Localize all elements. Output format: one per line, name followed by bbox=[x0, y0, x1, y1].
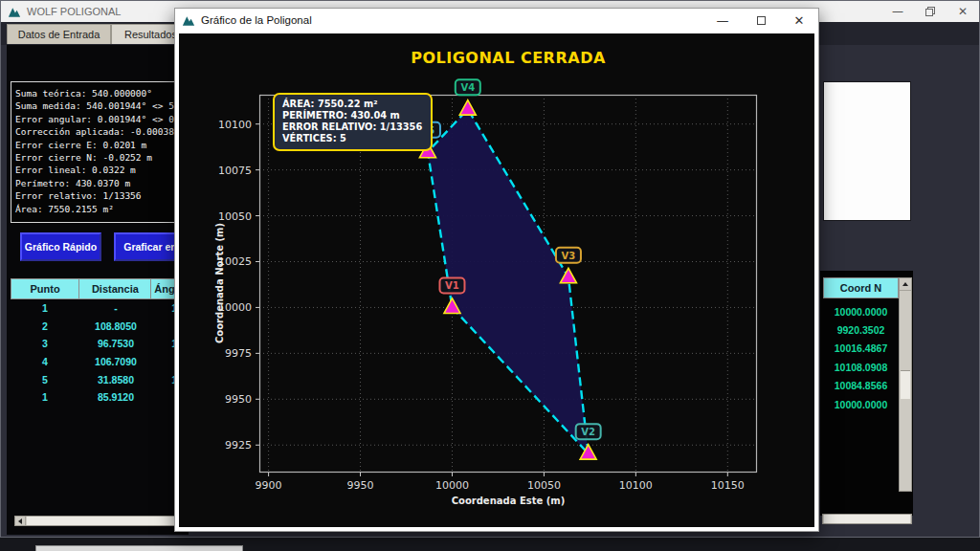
plot-info-box: ÁREA: 7550.22 m² PERÍMETRO: 430.04 m ERR… bbox=[273, 93, 433, 151]
y-tick-label: 9975 bbox=[225, 347, 252, 360]
y-tick-label: 10050 bbox=[218, 210, 252, 223]
coordn-vertical-scrollbar[interactable] bbox=[899, 277, 912, 492]
info-vertices: VÉRTICES: 5 bbox=[282, 133, 422, 144]
table-row[interactable]: 2108.805036° bbox=[11, 318, 185, 336]
x-tick-label: 10000 bbox=[435, 479, 469, 492]
table-cell: 96.7530 bbox=[79, 338, 152, 349]
y-tick-label: 9950 bbox=[225, 393, 252, 406]
maximize-icon bbox=[757, 16, 766, 25]
restore-button[interactable] bbox=[914, 1, 947, 22]
table-cell: 1 bbox=[11, 302, 79, 314]
results-line: Error cierre N: -0.0252 m bbox=[15, 151, 176, 164]
y-tick-label: 10100 bbox=[218, 119, 252, 131]
dialog-titlebar[interactable]: Gráfico de la Poligonal — ✕ bbox=[175, 9, 818, 32]
info-area: ÁREA: 7550.22 m² bbox=[282, 99, 422, 110]
table-cell: 106.7090 bbox=[79, 356, 152, 367]
table-cell: 108.8050 bbox=[79, 320, 152, 332]
minimize-button[interactable]: — bbox=[881, 1, 914, 22]
x-tick-label: 9900 bbox=[256, 479, 282, 492]
info-relative-error: ERROR RELATIVO: 1/13356 bbox=[282, 121, 422, 133]
results-line: Área: 7550.2155 m² bbox=[15, 203, 176, 215]
results-line: Corrección aplicada: -0.000389° bbox=[15, 125, 176, 138]
vertex-label: V2 bbox=[581, 427, 595, 437]
table-row[interactable]: 4106.709074° bbox=[11, 353, 185, 371]
y-tick-label: 9925 bbox=[225, 439, 252, 452]
plot-canvas: POLIGONAL CERRADA ÁREA: 7550.22 m² PERÍM… bbox=[179, 33, 814, 527]
dialog-window-controls: — ✕ bbox=[703, 9, 818, 32]
vertex-marker bbox=[459, 100, 476, 116]
scroll-up-button[interactable] bbox=[900, 278, 911, 291]
empty-text-panel[interactable] bbox=[823, 81, 911, 221]
results-line: Perímetro: 430.0370 m bbox=[15, 177, 176, 189]
main-window-title: WOLF POLIGONAL bbox=[27, 6, 121, 17]
background-window-edge bbox=[35, 545, 243, 551]
info-perimeter: PERÍMETRO: 430.04 m bbox=[282, 110, 422, 121]
table-cell: 3 bbox=[11, 338, 79, 349]
vertex-label: V4 bbox=[460, 82, 475, 93]
table-row[interactable]: 1-146° bbox=[11, 299, 185, 318]
scrollbar-thumb[interactable] bbox=[27, 517, 177, 525]
scroll-up-arrow-icon bbox=[902, 282, 908, 286]
close-button[interactable]: ✕ bbox=[780, 9, 818, 32]
coordn-cell: 10000.0000 bbox=[823, 302, 899, 320]
results-line: Suma teórica: 540.000000° bbox=[15, 87, 176, 99]
scroll-left-button[interactable] bbox=[15, 517, 26, 525]
plot-dialog-window: Gráfico de la Poligonal — ✕ POLIGONAL CE… bbox=[174, 8, 819, 532]
coordn-horizontal-scrollbar[interactable] bbox=[822, 514, 912, 524]
tab-datos-de-entrada[interactable]: Datos de Entrada bbox=[7, 24, 111, 44]
close-button[interactable]: ✕ bbox=[947, 1, 979, 22]
points-table: Punto Distancia Ángulo 1-146°2108.805036… bbox=[11, 278, 185, 407]
coordn-table-body: 10000.00009920.350210016.486710108.09081… bbox=[823, 302, 899, 413]
x-tick-label: 9950 bbox=[347, 479, 374, 492]
table-row[interactable]: 531.8580127° bbox=[11, 370, 185, 388]
x-tick-label: 10050 bbox=[527, 479, 561, 492]
coordn-cell: 10016.4867 bbox=[823, 340, 899, 358]
results-line: Error lineal: 0.0322 m bbox=[15, 164, 176, 176]
scrollbar-thumb[interactable] bbox=[824, 515, 910, 523]
quick-plot-button[interactable]: Gráfico Rápido bbox=[20, 232, 101, 261]
table-cell: 1 bbox=[11, 391, 79, 403]
vertex-label: V1 bbox=[445, 280, 459, 291]
vertex-label: V3 bbox=[562, 251, 576, 261]
coordn-cell: 9920.3502 bbox=[823, 320, 899, 339]
coordn-cell: 10084.8566 bbox=[823, 377, 899, 395]
table-cell: 4 bbox=[11, 356, 79, 367]
plot-axes: 9900995010000100501010010150992599509975… bbox=[259, 95, 757, 473]
scroll-left-arrow-icon bbox=[18, 518, 22, 524]
app-logo-icon bbox=[182, 14, 195, 27]
results-line: Error angular: 0.001944° <> 0° 0 bbox=[15, 113, 176, 125]
restore-icon bbox=[925, 7, 935, 16]
column-header-punto[interactable]: Punto bbox=[11, 279, 79, 298]
results-line: Suma medida: 540.001944° <> 540° bbox=[15, 99, 176, 112]
results-line: Error cierre E: 0.0201 m bbox=[15, 139, 176, 151]
table-cell: - bbox=[79, 302, 152, 314]
coordn-cell: 10000.0000 bbox=[823, 395, 899, 413]
column-header-distancia[interactable]: Distancia bbox=[79, 279, 151, 298]
points-table-body: 1-146°2108.805036°396.7530155°4106.70907… bbox=[11, 299, 185, 407]
table-horizontal-scrollbar[interactable] bbox=[14, 516, 179, 526]
coordn-cell: 10108.0908 bbox=[823, 358, 899, 376]
column-header-coord-n[interactable]: Coord N bbox=[823, 277, 899, 298]
maximize-button[interactable] bbox=[742, 9, 780, 32]
results-line: Error relativo: 1/13356 bbox=[15, 189, 176, 202]
table-cell: 85.9120 bbox=[79, 391, 152, 403]
table-cell: 2 bbox=[11, 320, 79, 332]
results-textbox[interactable]: Suma teórica: 540.000000°Suma medida: 54… bbox=[11, 81, 181, 223]
app-logo-icon bbox=[8, 6, 21, 18]
table-row[interactable]: 396.7530155° bbox=[11, 335, 185, 353]
x-axis-label: Coordenada Este (m) bbox=[259, 496, 757, 506]
x-tick-label: 10150 bbox=[711, 479, 745, 492]
x-tick-label: 10100 bbox=[619, 479, 653, 492]
scrollbar-thumb[interactable] bbox=[901, 370, 910, 399]
dialog-title: Gráfico de la Poligonal bbox=[201, 14, 312, 26]
minimize-button[interactable]: — bbox=[703, 9, 742, 32]
results-panel: Suma teórica: 540.000000°Suma medida: 54… bbox=[7, 45, 189, 535]
plot-title: POLIGONAL CERRADA bbox=[259, 49, 757, 67]
main-window-controls: — ✕ bbox=[881, 1, 979, 22]
points-table-header: Punto Distancia Ángulo bbox=[11, 278, 185, 299]
coordn-table: Coord N 10000.00009920.350210016.4867101… bbox=[820, 271, 913, 516]
table-cell: 31.8580 bbox=[79, 374, 152, 386]
y-tick-label: 10075 bbox=[218, 165, 252, 177]
table-row[interactable]: 185.9120 bbox=[11, 388, 185, 407]
table-cell: 5 bbox=[11, 374, 79, 386]
